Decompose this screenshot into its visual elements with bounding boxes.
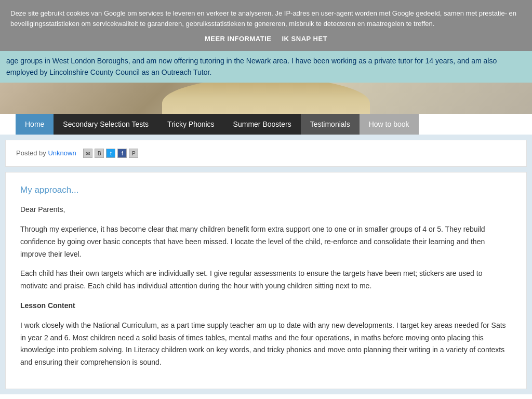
navigation: Home Secondary Selection Tests Tricky Ph… <box>0 114 532 135</box>
article-content: My approach... Dear Parents, Through my … <box>5 172 527 389</box>
article-para2: Each child has their own targets which a… <box>20 268 512 292</box>
author-link[interactable]: Unknown <box>48 149 76 157</box>
dismiss-button[interactable]: IK SNAP HET <box>282 35 327 43</box>
article-greeting: Dear Parents, <box>20 204 512 216</box>
share-icons: ✉ B t f P <box>83 149 138 158</box>
posted-by-label: Posted by Unknown <box>16 149 78 157</box>
twitter-share-icon[interactable]: t <box>106 149 115 158</box>
article-title: My approach... <box>20 185 512 195</box>
main-content: Posted by Unknown ✉ B t f P My approach.… <box>0 135 532 394</box>
header-image <box>0 83 532 114</box>
post-meta: Posted by Unknown ✉ B t f P <box>5 140 527 167</box>
article-para3: I work closely with the National Curricu… <box>20 320 512 369</box>
nav-tab-secondary-selection[interactable]: Secondary Selection Tests <box>54 114 158 135</box>
email-share-icon[interactable]: ✉ <box>83 149 92 158</box>
nav-tab-summer-boosters[interactable]: Summer Boosters <box>224 114 301 135</box>
nav-tab-tricky-phonics[interactable]: Tricky Phonics <box>158 114 224 135</box>
article-lesson-heading: Lesson Content <box>20 300 512 312</box>
nav-tab-testimonials[interactable]: Testimonials <box>301 114 360 135</box>
nav-tab-home[interactable]: Home <box>16 114 54 135</box>
facebook-share-icon[interactable]: f <box>117 149 127 158</box>
blog-share-icon[interactable]: B <box>95 149 104 158</box>
cookie-message: Deze site gebruikt cookies van Google om… <box>10 8 522 29</box>
article-para1: Through my experience, it has become cle… <box>20 223 512 260</box>
background-text: age groups in West London Boroughs, and … <box>0 51 532 83</box>
more-info-button[interactable]: MEER INFORMATIE <box>205 35 272 43</box>
pinterest-share-icon[interactable]: P <box>129 149 138 158</box>
cookie-buttons: MEER INFORMATIE IK SNAP HET <box>10 35 522 43</box>
nav-tab-how-to-book[interactable]: How to book <box>360 114 419 135</box>
cookie-banner: Deze site gebruikt cookies van Google om… <box>0 0 532 51</box>
